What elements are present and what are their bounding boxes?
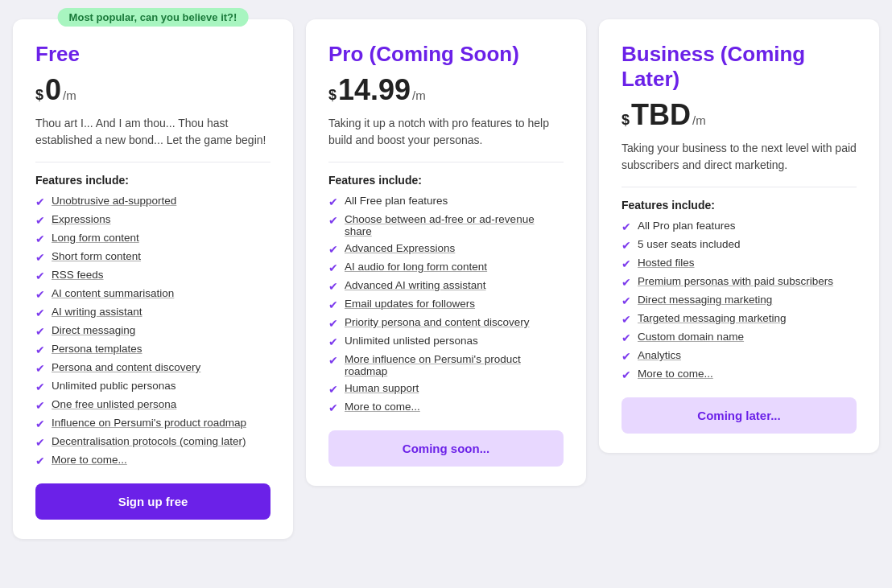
features-list-free: ✔ Unobtrusive ad-supported ✔ Expressions… <box>35 195 270 467</box>
feature-item: ✔ Expressions <box>35 213 270 227</box>
feature-item: ✔ One free unlisted persona <box>35 398 270 412</box>
feature-item: ✔ AI writing assistant <box>35 306 270 319</box>
check-icon: ✔ <box>35 251 45 264</box>
feature-link[interactable]: RSS feeds <box>52 269 104 281</box>
check-icon: ✔ <box>328 383 338 396</box>
feature-link[interactable]: AI writing assistant <box>52 306 142 318</box>
check-icon: ✔ <box>35 325 45 338</box>
feature-link[interactable]: Persona and content discovery <box>52 361 200 373</box>
feature-text: All Free plan features <box>345 195 448 207</box>
feature-link[interactable]: Custom domain name <box>638 331 744 343</box>
feature-item: ✔ Short form content <box>35 250 270 264</box>
feature-item: ✔ Targeted messaging marketing <box>622 312 857 326</box>
feature-link[interactable]: AI content summarisation <box>52 287 174 299</box>
check-icon: ✔ <box>328 298 338 311</box>
feature-text: 5 user seats included <box>638 238 741 250</box>
check-icon: ✔ <box>328 401 338 414</box>
check-icon: ✔ <box>35 195 45 208</box>
feature-item: ✔ Decentralisation protocols (coming lat… <box>35 435 270 449</box>
feature-link[interactable]: Priority persona and content discovery <box>345 316 530 328</box>
plan-price-pro: $ 14.99 /m <box>328 73 564 107</box>
divider <box>328 162 564 162</box>
price-period: /m <box>412 88 426 102</box>
feature-link[interactable]: AI audio for long form content <box>345 261 487 273</box>
feature-link[interactable]: More to come... <box>52 454 127 466</box>
feature-link[interactable]: Decentralisation protocols (coming later… <box>52 435 246 447</box>
plan-title-free: Free <box>35 42 270 67</box>
check-icon: ✔ <box>622 276 631 289</box>
price-amount: 14.99 <box>338 73 411 107</box>
feature-link[interactable]: More to come... <box>345 401 420 413</box>
feature-item: ✔ More to come... <box>328 401 564 414</box>
check-icon: ✔ <box>328 243 338 256</box>
pricing-container: Most popular, can you believe it?!Free $… <box>13 19 879 539</box>
feature-link[interactable]: Advanced Expressions <box>345 242 455 254</box>
feature-link[interactable]: Choose between ad-free or ad-revenue sha… <box>345 213 564 237</box>
feature-link[interactable]: More influence on Persumi's product road… <box>345 353 564 377</box>
check-icon: ✔ <box>328 261 338 274</box>
feature-item: ✔ Advanced AI writing assistant <box>328 279 564 293</box>
check-icon: ✔ <box>622 331 631 344</box>
feature-link[interactable]: Influence on Persumi's product roadmap <box>52 417 246 429</box>
check-icon: ✔ <box>328 335 338 348</box>
features-label-business: Features include: <box>622 199 857 212</box>
feature-link[interactable]: Email updates for followers <box>345 298 475 310</box>
feature-item: ✔ More to come... <box>35 454 270 467</box>
plan-description-pro: Taking it up a notch with pro features t… <box>328 115 564 149</box>
check-icon: ✔ <box>35 380 45 393</box>
check-icon: ✔ <box>328 354 338 367</box>
check-icon: ✔ <box>35 214 45 227</box>
feature-link[interactable]: Hosted files <box>638 257 695 269</box>
feature-item: ✔ Unlimited public personas <box>35 380 270 393</box>
feature-link[interactable]: Direct messaging <box>52 324 135 336</box>
check-icon: ✔ <box>35 288 45 301</box>
check-icon: ✔ <box>622 294 631 307</box>
feature-item: ✔ All Free plan features <box>328 195 564 208</box>
check-icon: ✔ <box>35 269 45 282</box>
feature-link[interactable]: Targeted messaging marketing <box>638 312 787 324</box>
divider <box>622 187 857 187</box>
plan-title-business: Business (Coming Later) <box>622 42 857 92</box>
feature-item: ✔ Email updates for followers <box>328 298 564 311</box>
feature-item: ✔ AI content summarisation <box>35 287 270 301</box>
check-icon: ✔ <box>328 195 338 208</box>
feature-item: ✔ Influence on Persumi's product roadmap <box>35 417 270 430</box>
check-icon: ✔ <box>35 306 45 319</box>
feature-item: ✔ Direct messaging <box>35 324 270 338</box>
check-icon: ✔ <box>35 417 45 430</box>
feature-link[interactable]: One free unlisted persona <box>52 398 176 410</box>
feature-link[interactable]: Advanced AI writing assistant <box>345 279 486 291</box>
popular-badge: Most popular, can you believe it?! <box>58 8 249 27</box>
feature-link[interactable]: Human support <box>345 382 419 394</box>
check-icon: ✔ <box>622 350 631 363</box>
feature-link[interactable]: Unobtrusive ad-supported <box>52 195 176 207</box>
feature-item: ✔ Direct messaging marketing <box>622 294 857 307</box>
feature-item: ✔ AI audio for long form content <box>328 261 564 274</box>
feature-item: ✔ Unlimited unlisted personas <box>328 335 564 348</box>
features-list-pro: ✔ All Free plan features ✔ Choose betwee… <box>328 195 564 414</box>
feature-text: Unlimited unlisted personas <box>345 335 478 347</box>
feature-link[interactable]: Short form content <box>52 250 141 262</box>
price-dollar: $ <box>622 112 630 129</box>
check-icon: ✔ <box>35 343 45 356</box>
divider <box>35 162 270 162</box>
feature-link[interactable]: Persona templates <box>52 343 142 355</box>
plan-card-business: Business (Coming Later) $ TBD /m Taking … <box>599 19 879 453</box>
feature-link[interactable]: Premium personas with paid subscribers <box>638 275 833 287</box>
feature-link[interactable]: Analytics <box>638 349 681 361</box>
plan-description-business: Taking your business to the next level w… <box>622 140 857 174</box>
price-amount: TBD <box>631 98 691 132</box>
check-icon: ✔ <box>35 232 45 245</box>
price-period: /m <box>63 88 76 102</box>
feature-link[interactable]: Direct messaging marketing <box>638 294 772 306</box>
feature-link[interactable]: Expressions <box>52 213 111 225</box>
features-list-business: ✔ All Pro plan features ✔ 5 user seats i… <box>622 220 857 381</box>
feature-text: Unlimited public personas <box>52 380 176 392</box>
feature-item: ✔ More influence on Persumi's product ro… <box>328 353 564 377</box>
cta-button-free[interactable]: Sign up free <box>35 483 270 520</box>
feature-item: ✔ Analytics <box>622 349 857 363</box>
feature-link[interactable]: Long form content <box>52 232 139 244</box>
feature-item: ✔ More to come... <box>622 368 857 381</box>
plan-card-pro: Pro (Coming Soon) $ 14.99 /m Taking it u… <box>306 19 586 486</box>
feature-link[interactable]: More to come... <box>638 368 713 380</box>
